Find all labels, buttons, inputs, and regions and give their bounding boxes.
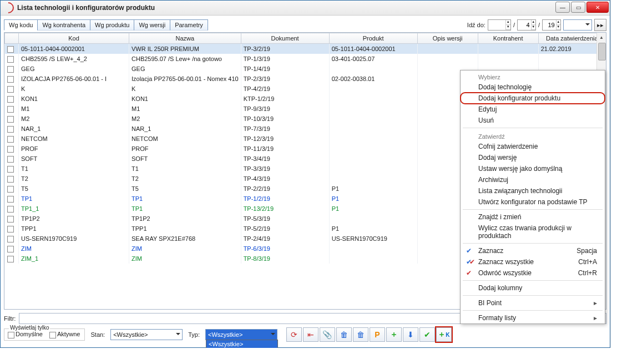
typ-label: Typ: <box>188 331 200 338</box>
table-row[interactable]: CHB2595 /S LEW+_4_2CHB2595.07 /S Lew+ /n… <box>5 54 606 64</box>
ctx-undo-confirm[interactable]: Cofnij zatwierdzenie <box>461 141 605 152</box>
row-checkbox[interactable] <box>7 66 14 73</box>
row-checkbox[interactable] <box>7 216 14 223</box>
tab-wg-produktu[interactable]: Wg produktu <box>90 19 134 31</box>
col-dokument[interactable]: Dokument <box>241 33 329 44</box>
goto-go-button[interactable]: ▸▸ <box>594 19 606 31</box>
attach-button[interactable]: 📎 <box>320 327 335 342</box>
tab-wg-kodu[interactable]: Wg kodu <box>4 19 38 31</box>
col-opis-wersji[interactable]: Opis wersji <box>417 33 478 44</box>
goto-spin-1[interactable]: ▲▼ <box>488 19 511 31</box>
goto-label: Idź do: <box>467 22 485 28</box>
row-checkbox[interactable] <box>7 86 14 93</box>
row-checkbox[interactable] <box>7 166 14 173</box>
chk-active[interactable]: Aktywne <box>49 331 80 338</box>
row-checkbox[interactable] <box>7 116 14 123</box>
ctx-find-replace[interactable]: Znajdź i zmień <box>461 211 605 223</box>
tab-parametry[interactable]: Parametry <box>170 19 208 31</box>
ctx-add-technology[interactable]: Dodaj technologię <box>461 82 605 93</box>
typ-option-all[interactable]: <Wszystkie> <box>206 340 277 348</box>
ctx-related-tech-list[interactable]: Lista związanych technologii <box>461 185 605 196</box>
plus-icon: ＋ <box>390 330 398 340</box>
ctx-calc-duration[interactable]: Wylicz czas trwania produkcji w produkta… <box>461 223 605 241</box>
title-bar: Lista technologii i konfiguratorów produ… <box>1 1 610 16</box>
ctx-invert-all[interactable]: ✔Odwróć wszystkieCtrl+R <box>461 267 605 279</box>
minimize-button[interactable]: — <box>555 2 570 13</box>
bucket-icon: 🗑 <box>340 330 348 339</box>
row-checkbox[interactable] <box>7 46 14 53</box>
row-checkbox[interactable] <box>7 106 14 113</box>
row-checkbox[interactable] <box>7 76 14 83</box>
row-checkbox[interactable] <box>7 196 14 203</box>
ctx-bi-point[interactable]: BI Point▸ <box>461 297 605 309</box>
goto-controls: Idź do: ▲▼ / ▲▼ / ▲▼ ▸▸ <box>467 19 606 31</box>
ctx-add-columns[interactable]: Dodaj kolumny <box>461 282 605 294</box>
row-checkbox[interactable] <box>7 126 14 133</box>
toolbar: ⟳ ⇤ 📎 🗑 🗑 P ＋ ⬇ ✔ ＋K <box>286 327 452 342</box>
invert-icon: ✔ <box>466 269 472 277</box>
import-button[interactable]: ⬇ <box>403 327 418 342</box>
close-button[interactable]: ✕ <box>586 2 609 13</box>
row-checkbox[interactable] <box>7 96 14 103</box>
app-icon <box>1 0 16 16</box>
row-checkbox[interactable] <box>7 236 14 242</box>
col-data-zatwierdzenia[interactable]: Data zatwierdzenia <box>538 33 605 44</box>
check-button[interactable]: ✔ <box>419 327 435 342</box>
bucket2-button[interactable]: 🗑 <box>353 327 368 342</box>
ctx-section-wybierz: Wybierz <box>461 70 605 82</box>
stan-label: Stan: <box>90 331 105 338</box>
row-checkbox[interactable] <box>7 246 14 252</box>
table-row[interactable]: 05-1011-0404-0002001VWR IL 250R PREMIUMT… <box>5 44 606 54</box>
tab-wg-kontrahenta[interactable]: Wg kontrahenta <box>37 19 90 31</box>
row-checkbox[interactable] <box>7 56 14 63</box>
ctx-edit[interactable]: Edytuj <box>461 104 605 115</box>
ctx-archive[interactable]: Archiwizuj <box>461 174 605 185</box>
ctx-select-all[interactable]: ✔✔Zaznacz wszystkieCtrl+A <box>461 256 605 267</box>
ctx-select[interactable]: ✔ZaznaczSpacja <box>461 245 605 256</box>
tab-wg-wersji[interactable]: Wg wersji <box>134 19 170 31</box>
ctx-add-configurator[interactable]: Dodaj konfigurator produktu <box>461 93 605 104</box>
goto-spin-2[interactable]: ▲▼ <box>517 19 536 31</box>
goto-spin-3[interactable]: ▲▼ <box>542 19 561 31</box>
refresh-button[interactable]: ⟳ <box>286 327 302 342</box>
row-checkbox[interactable] <box>7 136 14 143</box>
row-checkbox[interactable] <box>7 206 14 213</box>
display-only-legend: Wyświetlaj tylko <box>9 325 50 331</box>
row-checkbox[interactable] <box>7 176 14 183</box>
col-kod[interactable]: Kod <box>19 33 129 44</box>
ctx-list-formats[interactable]: Formaty listy▸ <box>461 312 605 323</box>
scroll-thumb[interactable] <box>598 43 606 60</box>
row-checkbox[interactable] <box>7 156 14 163</box>
add-configurator-button[interactable]: ＋K <box>436 327 452 342</box>
scroll-up-icon[interactable]: ▲ <box>597 33 606 42</box>
ctx-set-default-version[interactable]: Ustaw wersję jako domyślną <box>461 163 605 174</box>
add-button[interactable]: ＋ <box>386 327 402 342</box>
filter-label: Filtr: <box>4 315 16 322</box>
row-checkbox[interactable] <box>7 226 14 232</box>
ctx-delete[interactable]: Usuń <box>461 115 605 126</box>
row-checkbox[interactable] <box>7 186 14 193</box>
chevron-right-icon: ▸ <box>594 314 597 322</box>
col-nazwa[interactable]: Nazwa <box>129 33 241 44</box>
row-checkbox[interactable] <box>7 146 14 153</box>
refresh-icon: ⟳ <box>291 330 297 339</box>
bucket1-button[interactable]: 🗑 <box>336 327 352 342</box>
chk-default[interactable]: Domyślne <box>8 331 43 338</box>
ctx-create-configurator-from-tp[interactable]: Utwórz konfigurator na podstawie TP <box>461 196 605 208</box>
window-content: Wg kodu Wg kontrahenta Wg produktu Wg we… <box>1 16 610 347</box>
tree-collapse-button[interactable]: ⇤ <box>303 327 318 342</box>
col-kontrahent[interactable]: Kontrahent <box>478 33 538 44</box>
typ-select[interactable]: <Wszystkie> <Wszystkie> Technologie Konf… <box>205 329 277 340</box>
tree-icon: ⇤ <box>307 330 314 339</box>
maximize-button[interactable]: ▭ <box>571 2 585 13</box>
typ-dropdown: <Wszystkie> Technologie Konfiguratory pr… <box>206 340 278 348</box>
display-only-fieldset: Wyświetlaj tylko Domyślne Aktywne <box>4 328 85 340</box>
col-produkt[interactable]: Produkt <box>329 33 417 44</box>
ctx-add-version[interactable]: Dodaj wersję <box>461 152 605 163</box>
goto-sep: / <box>538 22 540 28</box>
p-button[interactable]: P <box>370 327 385 342</box>
stan-select[interactable]: <Wszystkie> <box>110 329 183 340</box>
clip-icon: 📎 <box>322 330 332 339</box>
row-checkbox[interactable] <box>7 256 14 262</box>
goto-select[interactable] <box>563 19 592 31</box>
